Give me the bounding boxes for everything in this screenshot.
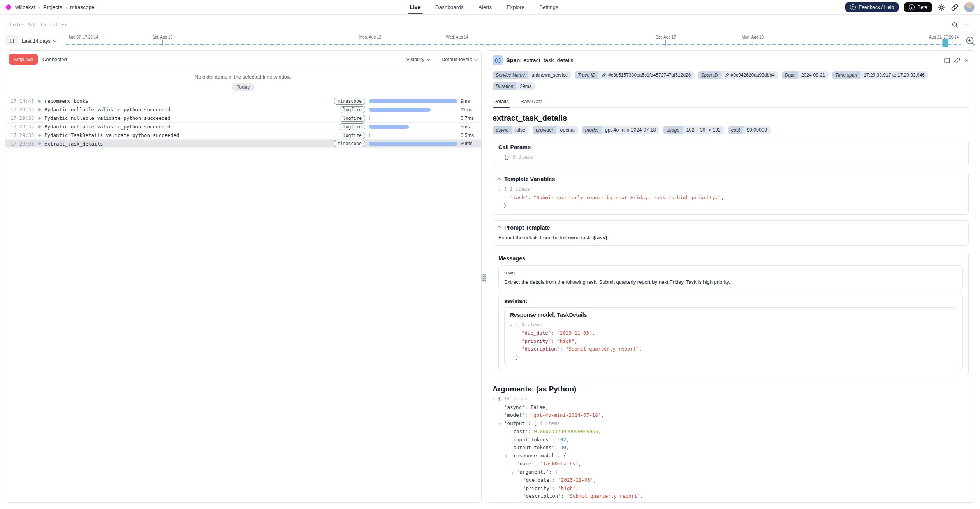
code-token-punc: ,: [601, 412, 604, 418]
meta-pill-value: unknown_service: [528, 71, 571, 79]
code-token-pkey: 'cost': [510, 428, 528, 434]
sidebar-toggle-icon[interactable]: [5, 35, 18, 46]
timeline-selection[interactable]: [942, 39, 948, 47]
timeline-tick: Sat, Aug 17: [656, 35, 676, 46]
code-token-punc: :: [561, 493, 567, 499]
span-tab-details[interactable]: Details: [493, 96, 510, 107]
default-levels-label: Default levels: [442, 56, 472, 62]
span-title: Span: extract_task_details: [506, 57, 573, 63]
assistant-role-label: assistant: [504, 298, 957, 304]
user-avatar[interactable]: [964, 2, 975, 12]
time-range-dropdown[interactable]: Last 14 days: [22, 38, 58, 44]
meta-pill-date: Date2024-08-21: [782, 71, 829, 79]
default-levels-dropdown[interactable]: Default levels: [442, 56, 477, 62]
search-icon[interactable]: [952, 21, 958, 28]
collapse-caret-icon[interactable]: ∨: [499, 420, 504, 428]
span-diamond-icon: [37, 133, 41, 137]
prompt-template-text: Extract the details from the following t…: [498, 235, 963, 240]
breadcrumb-item-mirascope[interactable]: mirascope: [70, 4, 94, 10]
template-variables-header[interactable]: Template Variables: [498, 176, 963, 182]
code-token-punc: ,: [566, 437, 569, 442]
chevron-down-icon: [427, 57, 431, 61]
meta-pill-value[interactable]: #c3b5157330ea5c1fd4572747af512d26: [598, 71, 694, 79]
collapse-caret-icon[interactable]: ∨: [505, 452, 510, 460]
span-duration-track: [369, 142, 457, 146]
code-token-punc: ,: [578, 461, 581, 467]
collapse-caret-icon[interactable]: ∨: [498, 186, 504, 194]
tab-explore[interactable]: Explore: [507, 0, 524, 14]
meta-pill-label: Service Name: [493, 71, 528, 79]
more-options-icon[interactable]: ⋯: [964, 21, 971, 28]
code-token-str: "high": [557, 338, 574, 344]
template-variables-card: Template Variables ∨{ 1 items"task": "Su…: [493, 172, 969, 215]
visibility-dropdown[interactable]: Visibility: [406, 56, 430, 62]
chevron-down-icon: [53, 39, 56, 42]
tab-live[interactable]: Live: [410, 0, 421, 14]
code-token-items: 3 items: [521, 322, 542, 328]
code-token-punc: ,: [566, 444, 569, 450]
panel-resize-gutter[interactable]: [482, 50, 486, 503]
attr-badge-label: model: [582, 126, 602, 134]
code-token-punc: ,: [639, 346, 642, 352]
meta-pill-value-text: 29ms: [520, 84, 531, 89]
close-icon[interactable]: ×: [965, 57, 969, 64]
collapse-caret-icon[interactable]: ∨: [511, 469, 517, 477]
code-token-pkey: 'name': [517, 461, 534, 467]
user-message-text: Extract the details from the following t…: [504, 279, 957, 285]
breadcrumb-item-projects[interactable]: Projects: [43, 4, 62, 10]
tab-dashboards[interactable]: Dashboards: [435, 0, 464, 14]
collapse-caret-icon[interactable]: ∨: [493, 395, 498, 404]
code-token-punc: :: [552, 477, 558, 483]
code-line: ∨'response_model': {: [498, 452, 969, 460]
panel-resize-handle[interactable]: [481, 274, 486, 282]
timeline-bar: Last 14 days Aug 07, 17:26:14Sat, Aug 10…: [5, 34, 975, 48]
span-row-time: 17:29:33: [11, 107, 38, 112]
span-tag-badge: logfire: [340, 132, 365, 139]
beta-button[interactable]: i Beta: [904, 2, 932, 12]
span-list: 17:14:43recommend_booksmirascope9ms17:29…: [5, 97, 481, 148]
code-token-pkey: 'input_tokens': [510, 437, 551, 442]
meta-pill-value[interactable]: #9c942620aa93dbb4: [721, 71, 778, 79]
dock-panel-icon[interactable]: [944, 57, 950, 64]
copy-link-icon[interactable]: [954, 57, 961, 64]
tab-settings[interactable]: Settings: [539, 0, 558, 14]
logfire-logo-icon[interactable]: [5, 4, 12, 11]
collapse-caret-icon[interactable]: ∨: [510, 321, 516, 330]
sql-filter-input[interactable]: [5, 18, 975, 31]
span-row[interactable]: 17:29:33Pydantic nullable validate_pytho…: [5, 114, 481, 122]
code-token-punc: {: [516, 322, 521, 328]
call-params-code: {} 0 items: [498, 153, 963, 161]
attr-badge-cost: cost$0.00003: [728, 126, 771, 134]
attr-badge-label: async: [493, 126, 512, 134]
span-duration-bar: [369, 133, 370, 137]
code-token-punc: ,: [593, 477, 596, 483]
zoom-in-icon[interactable]: [965, 36, 975, 46]
code-token-pkey: 'arguments': [517, 469, 549, 475]
template-variables-code: ∨{ 1 items"task": "Submit quarterly repo…: [498, 185, 963, 210]
span-tab-raw-data[interactable]: Raw Data: [520, 96, 544, 107]
meta-pill-trace-id: Trace ID#c3b5157330ea5c1fd4572747af512d2…: [575, 71, 694, 79]
code-token-punc: :: [554, 444, 560, 450]
link-icon: [725, 73, 729, 77]
call-params-card: Call Params {} 0 items: [493, 140, 969, 167]
breadcrumb-item-willbakst[interactable]: willbakst: [15, 4, 35, 10]
prompt-template-header[interactable]: Prompt Template: [498, 225, 963, 231]
span-row[interactable]: 17:29:33extract_task_detailsmirascope30m…: [5, 139, 481, 148]
span-row[interactable]: 17:29:33Pydantic nullable validate_pytho…: [5, 122, 481, 131]
span-row[interactable]: 17:14:43recommend_booksmirascope9ms: [5, 97, 481, 105]
timeline-track[interactable]: Aug 07, 17:26:14Sat, Aug 10Mon, Aug 12We…: [66, 34, 961, 48]
code-token-pkey: 'output': [504, 420, 528, 426]
span-row[interactable]: 17:29:33Pydantic TaskDetails validate_py…: [5, 131, 481, 139]
theme-toggle-icon[interactable]: [938, 4, 945, 11]
share-link-icon[interactable]: [951, 4, 959, 11]
timeline-dash-line: [66, 44, 961, 45]
code-token-pkey: 'priority': [523, 485, 552, 491]
stop-live-button[interactable]: Stop live: [9, 54, 38, 65]
timeline-tick: Aug 07, 17:26:14: [69, 35, 98, 46]
span-tag-badge: mirascope: [334, 140, 365, 147]
collapse-icon[interactable]: [497, 177, 501, 181]
span-row[interactable]: 17:29:33Pydantic nullable validate_pytho…: [5, 105, 481, 114]
feedback-help-button[interactable]: ? Feedback / Help: [845, 2, 899, 12]
collapse-icon[interactable]: [497, 226, 501, 230]
tab-alerts[interactable]: Alerts: [479, 0, 492, 14]
